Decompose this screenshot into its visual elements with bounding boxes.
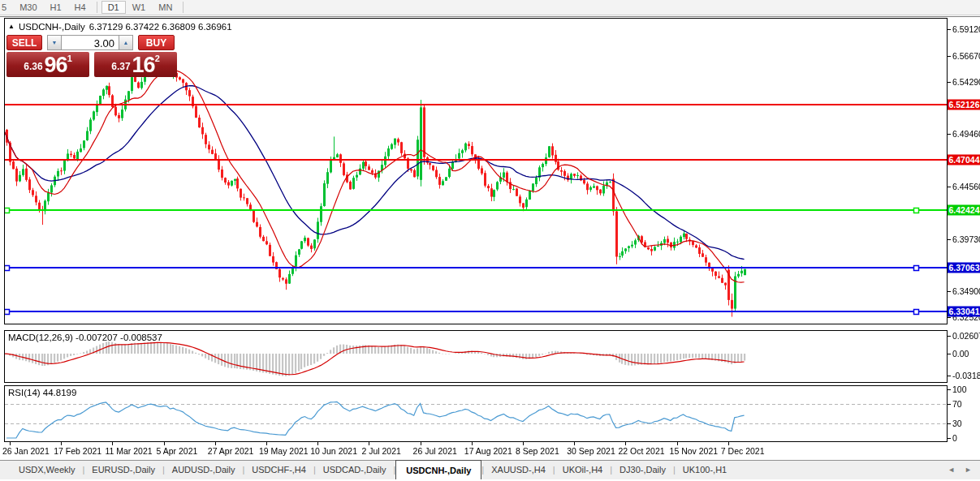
timeframe-button-h4[interactable]: H4 bbox=[68, 1, 93, 14]
triangle-up-icon: ▲ bbox=[123, 40, 129, 45]
price-axis-tick bbox=[948, 56, 951, 57]
macd-axis-tick bbox=[948, 336, 951, 337]
date-axis-tick bbox=[472, 442, 473, 445]
date-axis-tick bbox=[728, 442, 729, 445]
macd-axis-tick bbox=[948, 376, 951, 376]
price-axis-label: 6.44560 bbox=[952, 182, 980, 191]
price-axis-tick bbox=[948, 317, 951, 318]
macd-axis-label: -0.03187 bbox=[952, 371, 980, 380]
price-axis-tick bbox=[948, 239, 951, 240]
chart-tab-dj30daily[interactable]: DJ30-,Daily bbox=[612, 461, 673, 479]
date-axis-label: 26 Jul 2021 bbox=[413, 446, 457, 456]
collapse-panel-icon[interactable]: ▲ bbox=[8, 23, 15, 31]
chart-ohlc-values: 6.37129 6.37422 6.36809 6.36961 bbox=[89, 22, 232, 32]
trade-panel-controls: SELL ▼ 3.00 ▲ BUY bbox=[6, 35, 177, 50]
chart-tab-xauusdh4[interactable]: XAUUSD-,H4 bbox=[484, 461, 553, 479]
rsi-axis-tick bbox=[948, 404, 951, 405]
date-axis-label: 7 Dec 2021 bbox=[721, 446, 765, 456]
chart-tabs: USDX,Weekly|EURUSD-,Daily|AUDUSD-,Daily|… bbox=[0, 461, 980, 479]
hline-price-badge: 6.33041 bbox=[948, 306, 980, 316]
date-axis-label: 17 Aug 2021 bbox=[464, 446, 512, 456]
price-axis-tick bbox=[948, 29, 951, 30]
chart-tab-usdxweekly[interactable]: USDX,Weekly bbox=[11, 461, 82, 479]
sell-price-base: 6.36 bbox=[24, 61, 42, 72]
timeframe-button-m30[interactable]: M30 bbox=[13, 1, 43, 14]
sell-price-display[interactable]: 6.36 96 1 bbox=[6, 52, 89, 77]
tab-scroll-right-button[interactable]: ► bbox=[965, 466, 972, 474]
date-axis-tick bbox=[574, 442, 575, 445]
rsi-axis-tick bbox=[948, 438, 951, 439]
date-axis-tick bbox=[61, 442, 62, 445]
rsi-axis-tick bbox=[948, 389, 951, 390]
sell-button[interactable]: SELL bbox=[6, 35, 42, 50]
volume-decrease-button[interactable]: ▼ bbox=[47, 35, 62, 50]
date-axis-label: 27 Apr 2021 bbox=[208, 446, 254, 456]
rsi-axis-label: 100 bbox=[952, 384, 967, 394]
chart-tab-audusddaily[interactable]: AUDUSD-,Daily bbox=[165, 461, 243, 479]
date-axis-label: 15 Nov 2021 bbox=[670, 446, 719, 456]
price-axis-label: 6.56670 bbox=[952, 51, 980, 61]
date-axis-label: 30 Sep 2021 bbox=[567, 446, 615, 456]
chart-tab-eurusddaily[interactable]: EURUSD-,Daily bbox=[84, 461, 162, 479]
timeframe-button-5[interactable]: 5 bbox=[0, 1, 13, 14]
tab-scroll-left-button[interactable]: ◄ bbox=[948, 466, 955, 474]
date-axis-tick bbox=[317, 442, 318, 445]
chart-tab-usdcaddaily[interactable]: USDCAD-,Daily bbox=[316, 461, 394, 479]
rsi-canvas[interactable] bbox=[5, 386, 947, 441]
price-axis-tick bbox=[948, 134, 951, 135]
date-axis-tick bbox=[523, 442, 524, 445]
date-axis-label: 11 Mar 2021 bbox=[105, 446, 152, 456]
buy-price-display[interactable]: 6.37 16 2 bbox=[94, 52, 177, 77]
sell-price-pips: 96 bbox=[45, 55, 67, 75]
date-axis-label: 22 Oct 2021 bbox=[618, 446, 664, 456]
price-axis-label: 6.49460 bbox=[952, 129, 980, 139]
chart-tab-bar: USDX,Weekly|EURUSD-,Daily|AUDUSD-,Daily|… bbox=[0, 460, 980, 479]
chart-window-frame bbox=[0, 16, 980, 17]
timeframe-button-d1[interactable]: D1 bbox=[101, 1, 126, 14]
price-axis-label: 6.39730 bbox=[952, 234, 980, 244]
volume-input[interactable]: 3.00 bbox=[62, 35, 119, 50]
toolbar-separator bbox=[97, 2, 97, 13]
rsi-indicator-pane bbox=[4, 385, 948, 442]
triangle-down-icon: ▼ bbox=[52, 40, 58, 45]
timeframe-button-mn[interactable]: MN bbox=[152, 1, 179, 14]
price-axis-tick bbox=[948, 187, 951, 187]
date-axis-tick bbox=[421, 442, 421, 445]
chart-tab-usdchfh4[interactable]: USDCHF-,H4 bbox=[244, 461, 313, 479]
date-axis-label: 8 Sep 2021 bbox=[516, 446, 559, 456]
timeframe-button-w1[interactable]: W1 bbox=[126, 1, 153, 14]
volume-increase-button[interactable]: ▲ bbox=[119, 35, 133, 50]
buy-price-pips: 16 bbox=[132, 55, 155, 75]
date-axis-tick bbox=[677, 442, 678, 445]
hline-price-badge: 6.52126 bbox=[948, 100, 980, 110]
price-axis-tick bbox=[948, 82, 951, 83]
macd-axis-label: 0.02607 bbox=[952, 331, 980, 341]
date-axis-label: 17 Feb 2021 bbox=[54, 446, 101, 456]
date-axis-label: 5 Apr 2021 bbox=[157, 446, 198, 456]
one-click-trading-panel: SELL ▼ 3.00 ▲ BUY 6.36 96 1 6.37 16 2 bbox=[6, 35, 177, 77]
mt4-window: 5M30H1H4D1W1MN ▲ USDCNH-,Daily 6.37129 6… bbox=[0, 0, 980, 481]
price-axis-label: 6.59120 bbox=[952, 24, 980, 34]
tab-scroll-controls: ◄ ► bbox=[948, 466, 972, 474]
volume-spinner: ▼ 3.00 ▲ bbox=[47, 35, 133, 50]
chart-tab-usdcnhdaily[interactable]: USDCNH-,Daily bbox=[395, 460, 481, 479]
macd-indicator-label: MACD(12,26,9) -0.007207 -0.008537 bbox=[8, 333, 162, 342]
chart-tab-ukoilh4[interactable]: UKOil-,H4 bbox=[555, 461, 611, 479]
chart-header: ▲ USDCNH-,Daily 6.37129 6.37422 6.36809 … bbox=[8, 22, 232, 32]
chart-tab-uk100h1[interactable]: UK100-,H1 bbox=[676, 461, 734, 479]
price-axis-label: 6.54290 bbox=[952, 77, 980, 87]
buy-price-point: 2 bbox=[155, 54, 160, 63]
toolbar-separator bbox=[183, 2, 183, 13]
buy-price-base: 6.37 bbox=[111, 61, 130, 72]
date-axis-tick bbox=[266, 442, 267, 445]
price-axis-tick bbox=[948, 291, 951, 292]
timeframe-button-h1[interactable]: H1 bbox=[44, 1, 68, 14]
hline-price-badge: 6.42424 bbox=[948, 204, 980, 215]
date-axis-tick bbox=[10, 442, 11, 445]
date-axis-tick bbox=[112, 442, 113, 445]
chart-symbol-title: USDCNH-,Daily bbox=[19, 22, 85, 32]
price-axis-label: 6.34900 bbox=[952, 286, 980, 296]
date-axis-label: 2 Jul 2021 bbox=[361, 446, 400, 456]
date-axis-label: 19 May 2021 bbox=[259, 446, 309, 456]
buy-button[interactable]: BUY bbox=[138, 35, 175, 50]
